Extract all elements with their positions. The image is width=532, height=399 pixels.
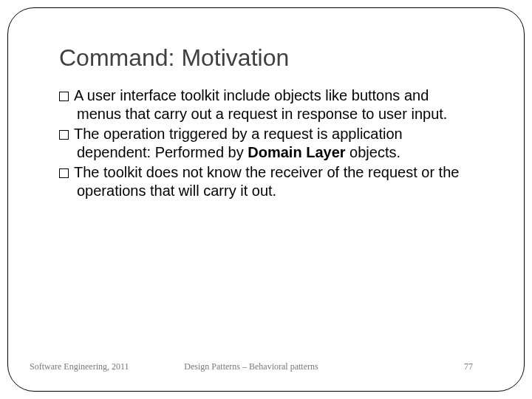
bullet-bold: Domain Layer [248, 144, 345, 160]
footer-center: Design Patterns – Behavioral patterns [177, 361, 325, 372]
checkbox-icon [59, 130, 69, 140]
checkbox-icon [59, 92, 69, 101]
slide: Command: Motivation A user interface too… [0, 0, 532, 399]
bullet-item: The operation triggered by a request is … [59, 125, 473, 162]
bullet-text-after: objects. [346, 144, 400, 160]
bullet-item: The toolkit does not know the receiver o… [59, 163, 473, 200]
bullet-text: A user interface toolkit include objects… [74, 87, 447, 122]
bullet-text: The toolkit does not know the receiver o… [74, 164, 459, 199]
footer: Software Engineering, 2011 Design Patter… [30, 361, 502, 372]
page-number: 77 [325, 361, 502, 372]
checkbox-icon [59, 168, 69, 178]
footer-left: Software Engineering, 2011 [30, 361, 177, 372]
bullet-list: A user interface toolkit include objects… [59, 86, 473, 200]
content-area: Command: Motivation A user interface too… [59, 44, 473, 202]
slide-title: Command: Motivation [59, 44, 473, 72]
bullet-item: A user interface toolkit include objects… [59, 86, 473, 123]
